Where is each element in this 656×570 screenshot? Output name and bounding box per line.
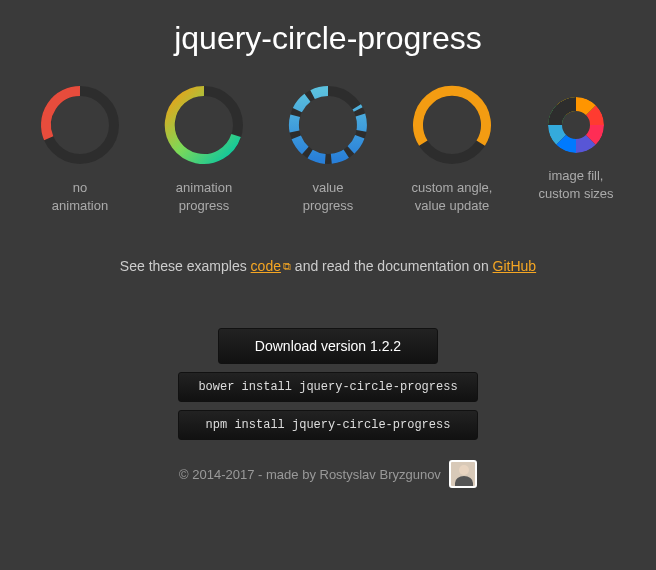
- author-avatar[interactable]: [449, 460, 477, 488]
- footer: © 2014-2017 - made by Rostyslav Bryzguno…: [0, 460, 656, 488]
- example-no-animation[interactable]: no animation: [30, 85, 130, 214]
- example-value-progress[interactable]: value progress: [278, 85, 378, 214]
- info-prefix: See these examples: [120, 258, 251, 274]
- example-caption: no animation: [52, 179, 108, 214]
- external-link-icon: ⧉: [283, 260, 291, 273]
- progress-ring-red: [40, 85, 120, 165]
- download-button[interactable]: Download version 1.2.2: [218, 328, 438, 364]
- example-caption: image fill, custom sizes: [538, 167, 613, 202]
- progress-ring-blue: [288, 85, 368, 165]
- footer-text: © 2014-2017 - made by Rostyslav Bryzguno…: [179, 467, 441, 482]
- example-animation-progress[interactable]: animation progress: [154, 85, 254, 214]
- example-custom-angle[interactable]: custom angle, value update: [402, 85, 502, 214]
- npm-install-button[interactable]: npm install jquery-circle-progress: [178, 410, 478, 440]
- code-link[interactable]: code⧉: [251, 258, 291, 274]
- bower-install-button[interactable]: bower install jquery-circle-progress: [178, 372, 478, 402]
- info-middle: and read the documentation on: [291, 258, 493, 274]
- progress-ring-green: [164, 85, 244, 165]
- example-image-fill[interactable]: image fill, custom sizes: [526, 85, 626, 214]
- progress-ring-rainbow: [548, 97, 604, 153]
- page-title: jquery-circle-progress: [0, 0, 656, 85]
- example-caption: animation progress: [176, 179, 232, 214]
- github-link[interactable]: GitHub: [493, 258, 537, 274]
- example-caption: custom angle, value update: [412, 179, 493, 214]
- example-caption: value progress: [303, 179, 354, 214]
- examples-row: no animation animation progress: [0, 85, 656, 214]
- buttons-group: Download version 1.2.2 bower install jqu…: [0, 328, 656, 440]
- progress-ring-orange: [412, 85, 492, 165]
- info-line: See these examples code⧉ and read the do…: [0, 258, 656, 274]
